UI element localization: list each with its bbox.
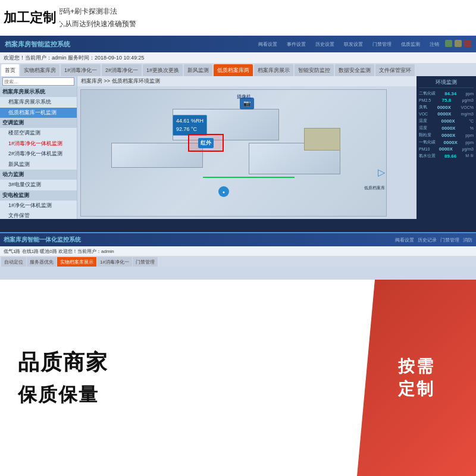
system-header: 档案库房智能监控系统 阀看设置 事件设置 历史设置 联发设置 门禁管理 低质监测…	[0, 36, 476, 52]
system-title: 档案库房智能监控系统	[5, 40, 70, 49]
sidebar-item-ac-floor[interactable]: 楼层空调监测	[0, 128, 77, 139]
sensor-dot-bottom: ●	[218, 186, 229, 197]
sidebar-section-elec: 安电检监测	[0, 190, 77, 201]
env-unit-ozone: VOC%	[461, 105, 474, 109]
sidebar-item-lowq[interactable]: 低质档案库一机监测	[0, 108, 77, 118]
floorplan-3d-view: 📷 摄像机 44.61 %RH 92.76 °C 红外 ●	[77, 86, 416, 219]
banner-text2: 一传输到管理中心,从而达到快速准确预警	[6, 18, 470, 30]
bottom-tab-auto[interactable]: 自动定位	[1, 257, 26, 267]
bottom-tab-server[interactable]: 服务器优先	[27, 257, 57, 267]
staircase	[304, 128, 341, 151]
env-row-pm10: PM10 0000X μg/m3	[419, 146, 474, 152]
tab-datasec[interactable]: 数据安全监测	[335, 64, 374, 76]
env-label-particle: 颗粒度	[419, 132, 431, 138]
top-banner: 加工定制 采用进门指纹、密码+刷卡探测非法 一传输到管理中心,从而达到快速准确预…	[0, 0, 476, 36]
brand-logo-area: 加工定制	[0, 0, 60, 36]
bottom-sys-header: 档案库房智能一体化监控系统 阀看设置 历史记录 门禁管理 消防	[0, 233, 476, 246]
info-bar-text: 欢迎您！当前用户：admin 服务时间：2018-09-10 10:49:25	[4, 54, 145, 62]
env-row-pm25: PM2.5 75.8 μg/m3	[419, 98, 474, 103]
env-label-pm10: PM10	[419, 147, 430, 151]
main-content: 档案库房展示系统 档案库房展示系统 低质档案库一机监测 空调监测 楼层空调监测 …	[0, 76, 476, 219]
tab-disinfect1[interactable]: 1#消毒净化一	[61, 64, 101, 76]
alarm-box-infrared[interactable]: 红外	[188, 134, 224, 152]
env-unit-co: ppm	[465, 140, 474, 145]
env-label-pm25: PM2.5	[419, 98, 431, 102]
bottom-sys-tabs: 自动定位 服务器优先 实物档案库展示 1#消毒净化一 门禁管理	[0, 256, 476, 267]
env-row-ozone: 臭氧 0000X VOC%	[419, 104, 474, 110]
sidebar-item-display[interactable]: 档案库房展示系统	[0, 97, 77, 108]
bottom-tab-display[interactable]: 实物档案库展示	[57, 257, 96, 267]
tab-disinfect2[interactable]: 2#消毒净化一	[102, 64, 142, 76]
tab-bar: 首页 实物档案库房 1#消毒净化一 2#消毒净化一 1#更换次更换 新风监测 低…	[0, 63, 476, 76]
bottom-nav-fire[interactable]: 消防	[463, 237, 472, 243]
env-label-co2: 二氧化碳	[419, 90, 436, 96]
tab-server[interactable]: 实物档案库房	[20, 64, 60, 76]
window-minimize-btn[interactable]	[445, 40, 452, 47]
tab-autodeploy[interactable]: 首页	[1, 64, 19, 76]
bottom-right-text1: 按需	[398, 355, 435, 378]
sidebar-item-ac-2[interactable]: 2#消毒净化一体机监测	[0, 149, 77, 159]
env-value-radon: 89.66	[444, 154, 456, 159]
env-label-temp: 温度	[419, 118, 427, 124]
env-panel-title: 环境监测	[419, 79, 474, 88]
sidebar-search-bar[interactable]	[0, 76, 77, 87]
env-unit-radon: M ⑤	[465, 154, 474, 158]
nav-item-history[interactable]: 历史设置	[312, 40, 338, 49]
tab-security[interactable]: 智能安防监控	[295, 64, 334, 76]
popup-line1: 44.61 %RH	[176, 117, 203, 126]
window-close-btn[interactable]	[464, 40, 471, 47]
bottom-sys-title: 档案库房智能一体化监控系统	[4, 236, 81, 244]
tab-display[interactable]: 档案库房展示	[254, 64, 293, 76]
nav-item-door[interactable]: 门禁管理	[369, 40, 395, 49]
sidebar-item-fileroom[interactable]: 文件保管	[0, 211, 77, 219]
bottom-tab-disinfect[interactable]: 1#消毒净化一	[97, 257, 132, 267]
env-unit-humidity: %	[470, 126, 474, 130]
env-value-pm10: 0000X	[439, 146, 453, 152]
sidebar-section-ac: 空调监测	[0, 118, 77, 128]
env-label-ozone: 臭氧	[419, 104, 427, 110]
env-unit-temp: °C	[469, 119, 474, 123]
env-value-voc: 0000X	[437, 111, 451, 117]
nav-item-settings[interactable]: 阀看设置	[255, 40, 281, 49]
tab-power[interactable]: 1#更换次更换	[143, 64, 183, 76]
banner-text1: 采用进门指纹、密码+刷卡探测非法	[6, 5, 470, 17]
sidebar-search-input[interactable]	[2, 77, 74, 86]
bottom-main-text2: 保质保量	[18, 382, 339, 408]
nav-item-lowq[interactable]: 低质监测	[397, 40, 424, 49]
window-maximize-btn[interactable]	[455, 40, 462, 47]
bottom-tab-door-mgmt[interactable]: 门禁管理	[133, 257, 158, 267]
bottom-nav-history[interactable]: 历史记录	[418, 237, 437, 243]
env-row-particle: 颗粒度 0000X ppm	[419, 132, 474, 138]
top-banner-text: 采用进门指纹、密码+刷卡探测非法 一传输到管理中心,从而达到快速准确预警	[0, 0, 476, 36]
env-value-humidity: 0000X	[441, 126, 455, 131]
bottom-sys-nav: 阀看设置 历史记录 门禁管理 消防	[395, 237, 472, 243]
sidebar-item-purifier[interactable]: 1#净化一体机监测	[0, 201, 77, 211]
nav-arrow[interactable]: ▷	[378, 167, 385, 178]
tab-wind[interactable]: 新风监测	[184, 64, 212, 76]
bottom-content-area	[0, 267, 476, 280]
bottom-nav-settings[interactable]: 阀看设置	[395, 237, 414, 243]
bottom-sys-infobar: 低气1路 在线1路 暖池0路 欢迎您！当前用户：admin	[0, 246, 476, 256]
env-label-humidity: 湿度	[419, 125, 427, 131]
floorplan-breadcrumb: 档案库房 >> 低质档案库环境监测	[77, 76, 416, 86]
sidebar-section-display: 档案库房展示系统	[0, 87, 77, 97]
nav-item-events[interactable]: 事件设置	[283, 40, 309, 49]
bottom-nav-door[interactable]: 门禁管理	[440, 237, 459, 243]
green-path-line	[203, 177, 295, 178]
sidebar-item-ac-1[interactable]: 1#消毒净化一体机监测	[0, 139, 77, 149]
env-row-co2: 二氧化碳 84.34 ppm	[419, 90, 474, 96]
nav-item-send[interactable]: 联发设置	[340, 40, 367, 49]
env-row-co: 一氧化碳 0000X ppm	[419, 139, 474, 145]
popup-line2: 92.76 °C	[176, 126, 203, 134]
env-unit-pm10: μg/m3	[462, 147, 474, 151]
sensor-data-popup: 44.61 %RH 92.76 °C	[173, 115, 207, 136]
sidebar-item-power[interactable]: 3#电量仪监测	[0, 180, 77, 190]
env-unit-particle: ppm	[465, 133, 474, 137]
system-screenshot-bottom: 档案库房智能一体化监控系统 阀看设置 历史记录 门禁管理 消防 低气1路 在线1…	[0, 232, 476, 280]
sidebar: 档案库房展示系统 档案库房展示系统 低质档案库一机监测 空调监测 楼层空调监测 …	[0, 76, 77, 219]
nav-item-fire[interactable]: 注销	[426, 40, 443, 49]
sidebar-item-wind[interactable]: 新风监测	[0, 159, 77, 170]
tab-lowq[interactable]: 低质档案库两	[214, 64, 253, 76]
tab-file[interactable]: 文件保管室环	[375, 64, 415, 76]
env-row-voc: VOC 0000X mg/m3	[419, 111, 474, 117]
